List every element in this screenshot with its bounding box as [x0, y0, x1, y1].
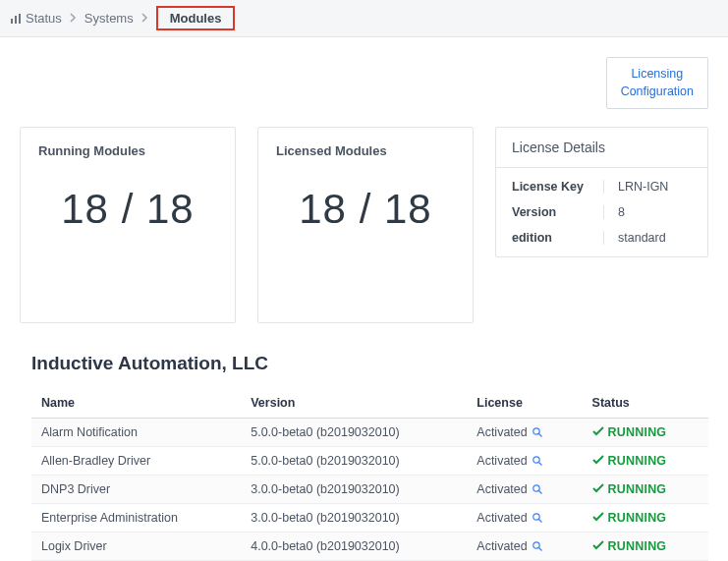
- svg-line-4: [538, 434, 541, 437]
- magnifier-icon[interactable]: [532, 426, 543, 438]
- module-license: Activated: [476, 511, 527, 525]
- magnifier-icon[interactable]: [532, 455, 543, 467]
- module-version: 4.0.0-beta0 (b2019032010): [241, 533, 467, 561]
- licensed-modules-value: 18 / 18: [276, 186, 455, 233]
- licensing-configuration-line1: Licensing: [621, 66, 694, 84]
- module-status: RUNNING: [592, 454, 667, 468]
- licensing-configuration-line2: Configuration: [621, 84, 694, 101]
- breadcrumb-modules[interactable]: Modules: [156, 6, 236, 30]
- module-version: 3.0.0-beta0 (b2019032010): [241, 476, 467, 504]
- licensed-modules-card: Licensed Modules 18 / 18: [257, 127, 474, 323]
- license-details-card: License Details License KeyLRN-IGNVersio…: [495, 127, 708, 257]
- module-license: Activated: [476, 482, 527, 496]
- svg-point-3: [533, 428, 539, 434]
- table-row: DNP3 Driver3.0.0-beta0 (b2019032010)Acti…: [31, 476, 708, 504]
- module-license: Activated: [476, 454, 527, 468]
- license-detail-row: License KeyLRN-IGN: [496, 174, 707, 199]
- modules-table: Name Version License Status Alarm Notifi…: [31, 388, 708, 561]
- module-version: 5.0.0-beta0 (b2019032010): [241, 419, 467, 447]
- svg-line-12: [538, 548, 541, 551]
- module-license: Activated: [476, 425, 527, 439]
- license-detail-value: standard: [604, 231, 666, 245]
- module-name: Enterprise Administration: [31, 504, 241, 533]
- svg-line-8: [538, 491, 541, 494]
- module-license: Activated: [476, 539, 527, 553]
- check-icon: [592, 482, 608, 496]
- running-modules-card: Running Modules 18 / 18: [20, 127, 236, 323]
- col-license: License: [467, 388, 582, 419]
- table-row: Allen-Bradley Driver5.0.0-beta0 (b201903…: [31, 447, 708, 476]
- col-status: Status: [583, 388, 708, 419]
- running-modules-value: 18 / 18: [38, 186, 217, 233]
- license-detail-key: License Key: [512, 180, 604, 194]
- magnifier-icon[interactable]: [532, 540, 543, 552]
- vendor-heading: Inductive Automation, LLC: [31, 353, 708, 374]
- svg-line-10: [538, 520, 541, 523]
- svg-rect-2: [19, 14, 21, 24]
- svg-point-9: [533, 514, 539, 520]
- chart-bar-icon: [10, 13, 22, 25]
- license-detail-row: Version8: [496, 199, 707, 225]
- module-status: RUNNING: [592, 425, 667, 439]
- module-version: 5.0.0-beta0 (b2019032010): [241, 447, 467, 476]
- license-detail-value: LRN-IGN: [604, 180, 668, 194]
- check-icon: [592, 511, 608, 525]
- svg-point-11: [533, 542, 539, 548]
- col-name: Name: [31, 388, 241, 419]
- module-version: 3.0.0-beta0 (b2019032010): [241, 504, 467, 533]
- chevron-right-icon: [70, 11, 77, 26]
- module-status: RUNNING: [592, 482, 667, 496]
- magnifier-icon[interactable]: [532, 483, 543, 495]
- table-row: Alarm Notification5.0.0-beta0 (b20190320…: [31, 419, 708, 447]
- check-icon: [592, 425, 608, 439]
- table-row: Enterprise Administration3.0.0-beta0 (b2…: [31, 504, 708, 533]
- breadcrumb-systems[interactable]: Systems: [84, 11, 134, 26]
- svg-line-6: [538, 463, 541, 466]
- license-detail-key: Version: [512, 205, 604, 219]
- license-detail-value: 8: [604, 205, 625, 219]
- licensed-modules-title: Licensed Modules: [276, 143, 455, 158]
- module-status: RUNNING: [592, 511, 667, 525]
- licensing-configuration-button[interactable]: Licensing Configuration: [606, 57, 708, 109]
- col-version: Version: [241, 388, 467, 419]
- license-detail-row: editionstandard: [496, 225, 707, 251]
- module-status: RUNNING: [592, 539, 667, 553]
- breadcrumb-status[interactable]: Status: [26, 11, 62, 26]
- running-modules-title: Running Modules: [38, 143, 217, 158]
- svg-rect-1: [15, 16, 17, 24]
- module-name: Logix Driver: [31, 533, 241, 561]
- svg-point-5: [533, 457, 539, 463]
- svg-rect-0: [11, 19, 13, 24]
- module-name: Alarm Notification: [31, 419, 241, 447]
- check-icon: [592, 454, 608, 468]
- svg-point-7: [533, 485, 539, 491]
- table-row: Logix Driver4.0.0-beta0 (b2019032010)Act…: [31, 533, 708, 561]
- module-name: DNP3 Driver: [31, 476, 241, 504]
- license-detail-key: edition: [512, 231, 604, 245]
- check-icon: [592, 539, 608, 553]
- magnifier-icon[interactable]: [532, 512, 543, 524]
- breadcrumb: Status Systems Modules: [0, 0, 728, 37]
- chevron-right-icon: [141, 11, 148, 26]
- module-name: Allen-Bradley Driver: [31, 447, 241, 476]
- license-details-header: License Details: [496, 128, 707, 168]
